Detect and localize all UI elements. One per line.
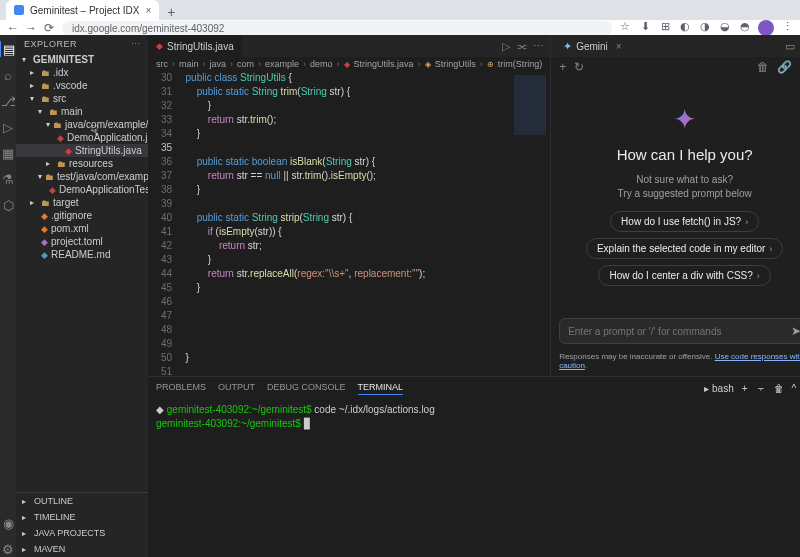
line-number: 49 bbox=[148, 337, 172, 351]
folder-item[interactable]: ▾🖿test/java/com/example/demo bbox=[16, 170, 148, 183]
account-icon[interactable]: ◉ bbox=[0, 515, 16, 531]
file-item[interactable]: ◆README.md bbox=[16, 248, 148, 261]
link-icon[interactable]: 🔗 bbox=[777, 60, 792, 74]
bottom-panel: PROBLEMSOUTPUTDEBUG CONSOLETERMINAL ▸ ba… bbox=[148, 376, 800, 557]
file-item[interactable]: ◆StringUtils.java bbox=[16, 144, 148, 157]
breadcrumb-item[interactable]: StringUtils.java bbox=[354, 59, 414, 69]
folder-icon: 🖿 bbox=[45, 172, 54, 182]
file-item[interactable]: ◆DemoApplicationTests.java bbox=[16, 183, 148, 196]
folder-item[interactable]: ▸🖿.idx bbox=[16, 66, 148, 79]
reload-icon[interactable]: ⟳ bbox=[42, 21, 56, 35]
menu-icon[interactable]: ⋮ bbox=[780, 20, 794, 36]
terminal-body[interactable]: ◆ geminitest-403092:~/geminitest$ code ~… bbox=[148, 399, 800, 557]
star-icon[interactable]: ☆ bbox=[618, 20, 632, 36]
section-label: OUTLINE bbox=[34, 496, 73, 506]
project-root[interactable]: ▾ GEMINITEST bbox=[16, 53, 148, 66]
terminal-maximize-icon[interactable]: ^ bbox=[792, 383, 797, 394]
gemini-prompt-field[interactable] bbox=[568, 326, 791, 337]
run-debug-icon[interactable]: ▷ bbox=[0, 119, 16, 135]
panel-tab[interactable]: PROBLEMS bbox=[156, 382, 206, 395]
gemini-tab-close-icon[interactable]: × bbox=[616, 41, 622, 52]
extensions-icon[interactable]: ⊞ bbox=[658, 20, 672, 36]
ext1-icon[interactable]: ◐ bbox=[678, 20, 692, 36]
extensions-view-icon[interactable]: ▦ bbox=[0, 145, 16, 161]
panel-tab-bar: PROBLEMSOUTPUTDEBUG CONSOLETERMINAL ▸ ba… bbox=[148, 377, 800, 399]
panel-tab[interactable]: DEBUG CONSOLE bbox=[267, 382, 346, 395]
item-label: .vscode bbox=[53, 80, 87, 91]
sidebar-section[interactable]: ▸JAVA PROJECTS bbox=[16, 525, 148, 541]
new-tab-button[interactable]: + bbox=[161, 4, 181, 20]
gemini-input[interactable]: ➤ bbox=[559, 318, 800, 344]
breadcrumb-item[interactable]: java bbox=[210, 59, 227, 69]
breadcrumb-item[interactable]: example bbox=[265, 59, 299, 69]
send-icon[interactable]: ➤ bbox=[791, 324, 800, 338]
sidebar-section[interactable]: ▸OUTLINE bbox=[16, 493, 148, 509]
folder-icon: 🖿 bbox=[41, 198, 50, 208]
terminal-new-icon[interactable]: + bbox=[742, 383, 748, 394]
delete-icon[interactable]: 🗑 bbox=[757, 60, 769, 74]
ext4-icon[interactable]: ◓ bbox=[738, 20, 752, 36]
panel-tab[interactable]: OUTPUT bbox=[218, 382, 255, 395]
folder-item[interactable]: ▸🖿target bbox=[16, 196, 148, 209]
ext3-icon[interactable]: ◒ bbox=[718, 20, 732, 36]
folder-item[interactable]: ▾🖿src bbox=[16, 92, 148, 105]
folder-item[interactable]: ▸🖿resources bbox=[16, 157, 148, 170]
code-editor[interactable]: 3031323334353637383940414243444546474849… bbox=[148, 71, 550, 376]
more-icon[interactable]: ⋯ bbox=[533, 40, 544, 53]
browser-tab[interactable]: Geminitest – Project IDX × bbox=[6, 0, 159, 20]
breadcrumb-item[interactable]: com bbox=[237, 59, 254, 69]
breadcrumb-item[interactable]: StringUtils bbox=[435, 59, 476, 69]
new-chat-icon[interactable]: + bbox=[559, 60, 566, 74]
code-content[interactable]: public class StringUtils { public static… bbox=[180, 71, 510, 376]
terminal-kill-icon[interactable]: 🗑 bbox=[774, 383, 784, 394]
file-item[interactable]: ◆.gitignore bbox=[16, 209, 148, 222]
run-icon[interactable]: ▷ bbox=[502, 40, 510, 53]
suggestion-chip[interactable]: How do I center a div with CSS?› bbox=[598, 265, 770, 286]
history-icon[interactable]: ↻ bbox=[574, 60, 584, 74]
folder-icon: 🖿 bbox=[41, 68, 50, 78]
folder-icon: 🖿 bbox=[53, 120, 62, 130]
tab-close-icon[interactable]: × bbox=[145, 5, 151, 16]
file-item[interactable]: ◆DemoApplication.java bbox=[16, 131, 148, 144]
sidebar-section[interactable]: ▸TIMELINE bbox=[16, 509, 148, 525]
test-icon[interactable]: ⚗ bbox=[0, 171, 16, 187]
folder-item[interactable]: ▸🖿.vscode bbox=[16, 79, 148, 92]
file-item[interactable]: ◆pom.xml bbox=[16, 222, 148, 235]
chevron-right-icon: ▸ bbox=[22, 529, 30, 538]
gemini-tab[interactable]: ✦ Gemini × bbox=[557, 40, 628, 53]
panel-tab[interactable]: TERMINAL bbox=[358, 382, 404, 395]
breadcrumb-item[interactable]: src bbox=[156, 59, 168, 69]
suggestion-chip[interactable]: How do I use fetch() in JS?› bbox=[610, 211, 759, 232]
back-icon[interactable]: ← bbox=[6, 21, 20, 35]
forward-icon[interactable]: → bbox=[24, 21, 38, 35]
folder-item[interactable]: ▾🖿java/com/example/demo bbox=[16, 118, 148, 131]
suggestion-chip[interactable]: Explain the selected code in my editor› bbox=[586, 238, 783, 259]
breadcrumbs[interactable]: src›main›java›com›example›demo›◆StringUt… bbox=[148, 57, 550, 71]
sidebar-section[interactable]: ▸MAVEN bbox=[16, 541, 148, 557]
source-control-icon[interactable]: ⎇ bbox=[0, 93, 16, 109]
file-item[interactable]: ◆project.toml bbox=[16, 235, 148, 248]
settings-icon[interactable]: ⚙ bbox=[0, 541, 16, 557]
minimap[interactable] bbox=[510, 71, 550, 376]
panel-layout-icon[interactable]: ▭ bbox=[785, 40, 795, 53]
editor-tab[interactable]: ◆ StringUtils.java bbox=[148, 35, 243, 57]
item-label: StringUtils.java bbox=[75, 145, 142, 156]
ext2-icon[interactable]: ◑ bbox=[698, 20, 712, 36]
breadcrumb-item[interactable]: main bbox=[179, 59, 199, 69]
terminal-split-icon[interactable]: ⫟ bbox=[756, 383, 766, 394]
profile-avatar-icon[interactable] bbox=[758, 20, 774, 36]
split-icon[interactable]: ⫘ bbox=[516, 40, 527, 52]
terminal-shell-label[interactable]: ▸ bash bbox=[704, 383, 733, 394]
idx-icon[interactable]: ⬡ bbox=[0, 197, 16, 213]
address-bar[interactable]: idx.google.com/geminitest-403092 bbox=[62, 21, 612, 36]
download-icon[interactable]: ⬇ bbox=[638, 20, 652, 36]
explorer-icon[interactable]: ▤ bbox=[0, 41, 15, 57]
explorer-menu-icon[interactable]: ⋯ bbox=[131, 39, 141, 49]
breadcrumb-item[interactable]: demo bbox=[310, 59, 333, 69]
editor-tab-actions: ▷ ⫘ ⋯ bbox=[496, 35, 550, 57]
url-text: idx.google.com/geminitest-403092 bbox=[72, 23, 224, 34]
search-icon[interactable]: ⌕ bbox=[0, 67, 16, 83]
folder-item[interactable]: ▾🖿main bbox=[16, 105, 148, 118]
line-number: 45 bbox=[148, 281, 172, 295]
breadcrumb-item[interactable]: trim(String) bbox=[498, 59, 543, 69]
